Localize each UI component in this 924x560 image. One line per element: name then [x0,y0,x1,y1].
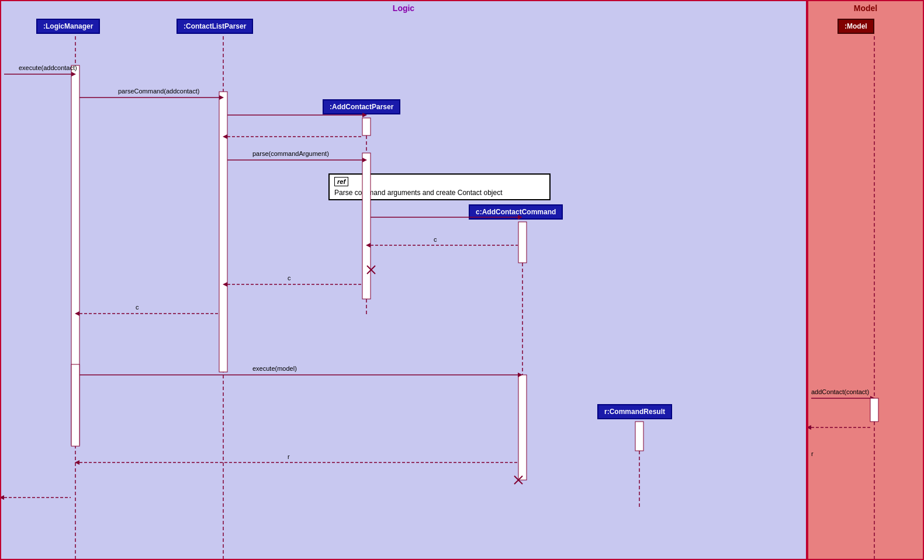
svg-text:parse(commandArgument): parse(commandArgument) [252,150,329,157]
svg-rect-11 [518,375,527,480]
svg-line-37 [514,476,522,484]
svg-text:r: r [811,450,814,457]
model-section: Model :Model addContact(contact) r [807,0,924,560]
ref-text: Parse command arguments and create Conta… [334,189,545,197]
svg-text:c: c [434,236,437,243]
contactlistparser-box: :ContactListParser [177,19,253,34]
svg-marker-22 [362,158,367,162]
diagram-container: Logic :LogicManager :ContactListParser :… [0,0,924,560]
addcontactparser-box: :AddContactParser [323,99,400,114]
svg-marker-34 [518,373,522,377]
svg-marker-16 [219,95,224,100]
model-box: :Model [838,19,874,34]
logic-label: Logic [1,1,806,15]
svg-text:c: c [136,304,139,311]
svg-rect-9 [518,222,527,263]
addcontactcommand-box: c:AddContactCommand [469,204,563,220]
logic-svg: execute(addcontact) parseCommand(addcont… [1,1,806,559]
svg-line-28 [367,266,375,274]
svg-marker-30 [223,282,227,287]
svg-marker-40 [1,495,4,500]
ref-box: ref Parse command arguments and create C… [328,173,551,200]
svg-text:execute(model): execute(model) [252,365,297,372]
svg-marker-55 [808,425,811,430]
svg-rect-53 [870,398,878,422]
svg-rect-6 [219,92,227,372]
logic-section: Logic :LogicManager :ContactListParser :… [0,0,807,560]
svg-text:execute(addcontact): execute(addcontact) [19,64,77,71]
svg-text:r: r [288,453,290,460]
svg-line-38 [514,476,522,484]
svg-text:c: c [288,274,291,281]
svg-rect-10 [71,364,79,446]
svg-marker-36 [75,460,79,465]
svg-marker-51 [870,396,875,401]
model-svg: addContact(contact) r [808,1,923,559]
svg-line-27 [367,266,375,274]
svg-text:addContact(contact): addContact(contact) [811,388,869,395]
ref-label: ref [334,177,348,186]
model-label: Model [808,1,923,15]
svg-marker-32 [75,311,79,316]
svg-rect-5 [71,65,79,445]
commandresult-box: r:CommandResult [597,404,672,419]
svg-marker-14 [71,72,76,76]
svg-text:parseCommand(addcontact): parseCommand(addcontact) [118,88,199,95]
svg-rect-7 [362,118,371,135]
svg-marker-20 [223,134,227,139]
svg-rect-12 [635,422,643,451]
svg-marker-26 [366,243,371,248]
logicmanager-box: :LogicManager [36,19,100,34]
